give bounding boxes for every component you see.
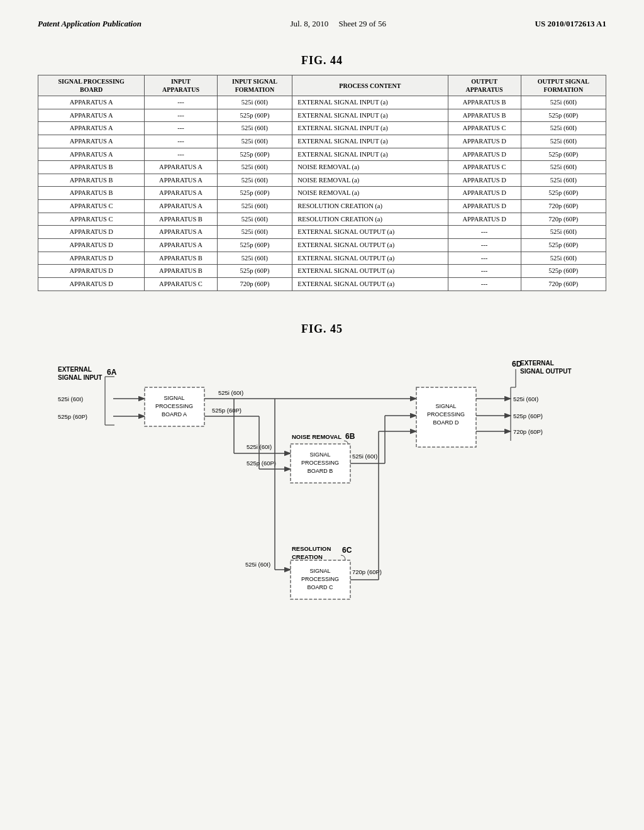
cell-r0-c3: EXTERNAL SIGNAL INPUT (a) [292, 96, 448, 109]
cell-r6-c4: APPARATUS D [448, 174, 521, 187]
cell-r7-c1: APPARATUS A [145, 187, 217, 200]
cell-r3-c0: APPARATUS A [38, 135, 145, 148]
ext-output-label: EXTERNAL [520, 360, 554, 367]
cell-r12-c0: APPARATUS D [38, 252, 145, 265]
table-row: APPARATUS BAPPARATUS A525i (60I)NOISE RE… [38, 161, 606, 174]
mid-525p: 525p (60P) [212, 407, 242, 414]
table-row: APPARATUS A---525i (60I)EXTERNAL SIGNAL … [38, 135, 606, 148]
cell-r6-c3: NOISE REMOVAL (a) [292, 174, 448, 187]
table-header-row: SIGNAL PROCESSINGBOARD INPUTAPPARATUS IN… [38, 75, 606, 96]
cell-r5-c5: 525i (60I) [521, 161, 606, 174]
cell-r8-c1: APPARATUS A [145, 200, 217, 213]
cell-r10-c0: APPARATUS D [38, 226, 145, 239]
table-row: APPARATUS A---525i (60I)EXTERNAL SIGNAL … [38, 96, 606, 109]
cell-r11-c3: EXTERNAL SIGNAL OUTPUT (a) [292, 239, 448, 252]
board-c-t1: SIGNAL [309, 568, 330, 574]
table-row: APPARATUS CAPPARATUS B525i (60I)RESOLUTI… [38, 213, 606, 226]
out-525p-label: 525p (60P) [513, 412, 543, 419]
cell-r0-c0: APPARATUS A [38, 96, 145, 109]
publication-label: Patent Application Publication [38, 19, 142, 29]
board-d-t1: SIGNAL [435, 403, 456, 409]
cell-r10-c3: EXTERNAL SIGNAL OUTPUT (a) [292, 226, 448, 239]
cell-r1-c3: EXTERNAL SIGNAL INPUT (a) [292, 109, 448, 122]
cell-r2-c0: APPARATUS A [38, 122, 145, 135]
cell-r8-c2: 525i (60I) [217, 200, 292, 213]
cell-r4-c3: EXTERNAL SIGNAL INPUT (a) [292, 148, 448, 161]
table-row: APPARATUS A---525p (60P)EXTERNAL SIGNAL … [38, 148, 606, 161]
table-row: APPARATUS DAPPARATUS C720p (60P)EXTERNAL… [38, 277, 606, 290]
cell-r5-c0: APPARATUS B [38, 161, 145, 174]
cell-r0-c1: --- [145, 96, 217, 109]
cell-r9-c3: RESOLUTION CREATION (a) [292, 213, 448, 226]
board-d-t2: PROCESSING [427, 411, 465, 418]
cell-r12-c1: APPARATUS B [145, 252, 217, 265]
cell-r11-c0: APPARATUS D [38, 239, 145, 252]
cell-r3-c4: APPARATUS D [448, 135, 521, 148]
cell-r1-c5: 525p (60P) [521, 109, 606, 122]
table-row: APPARATUS DAPPARATUS B525i (60I)EXTERNAL… [38, 252, 606, 265]
cell-r10-c1: APPARATUS A [145, 226, 217, 239]
mid3-525i: 525i (60I) [245, 561, 270, 568]
mid-525i: 525i (60I) [218, 389, 243, 396]
cell-r13-c2: 525p (60P) [217, 265, 292, 278]
cell-r1-c4: APPARATUS B [448, 109, 521, 122]
cell-r4-c5: 525p (60P) [521, 148, 606, 161]
cell-r2-c5: 525i (60I) [521, 122, 606, 135]
board-b-t3: BOARD B [308, 468, 333, 474]
cell-r12-c2: 525i (60I) [217, 252, 292, 265]
label-6b: 6B [345, 432, 355, 441]
res-creation-label: RESOLUTION [292, 545, 331, 552]
cell-r9-c5: 720p (60P) [521, 213, 606, 226]
table-row: APPARATUS DAPPARATUS A525i (60I)EXTERNAL… [38, 226, 606, 239]
patent-number: US 2010/0172613 A1 [535, 19, 606, 29]
cell-r4-c2: 525p (60P) [217, 148, 292, 161]
bracket-6c [341, 555, 345, 560]
cell-r2-c1: --- [145, 122, 217, 135]
board-b-t1: SIGNAL [309, 451, 330, 458]
cell-r11-c2: 525p (60P) [217, 239, 292, 252]
cell-r5-c3: NOISE REMOVAL (a) [292, 161, 448, 174]
table-row: APPARATUS BAPPARATUS A525p (60P)NOISE RE… [38, 187, 606, 200]
cell-r7-c4: APPARATUS D [448, 187, 521, 200]
res-creation-label2: CREATION [292, 553, 323, 560]
cell-r10-c4: --- [448, 226, 521, 239]
cell-r11-c1: APPARATUS A [145, 239, 217, 252]
table-row: APPARATUS CAPPARATUS A525i (60I)RESOLUTI… [38, 200, 606, 213]
board-a-t1: SIGNAL [164, 395, 184, 401]
fig45-diagram: EXTERNAL SIGNAL INPUT 6A 525i (60I) 525p… [38, 343, 606, 708]
cell-r4-c4: APPARATUS D [448, 148, 521, 161]
cell-r14-c2: 720p (60P) [217, 277, 292, 290]
table-row: APPARATUS A---525i (60I)EXTERNAL SIGNAL … [38, 122, 606, 135]
board-c-t3: BOARD C [307, 584, 333, 590]
col-header-input-apparatus: INPUTAPPARATUS [145, 75, 217, 96]
sheet-label: Sheet 29 of 56 [338, 19, 386, 28]
board-c-t2: PROCESSING [301, 576, 339, 582]
cell-r8-c5: 720p (60P) [521, 200, 606, 213]
cell-r8-c3: RESOLUTION CREATION (a) [292, 200, 448, 213]
c-out-720p: 720p (60P) [352, 568, 382, 575]
cell-r11-c4: --- [448, 239, 521, 252]
label-6d: 6D [512, 360, 522, 368]
cell-r3-c5: 525i (60I) [521, 135, 606, 148]
cell-r13-c0: APPARATUS D [38, 265, 145, 278]
cell-r6-c0: APPARATUS B [38, 174, 145, 187]
noise-removal-label: NOISE REMOVAL [292, 433, 341, 440]
cell-r9-c1: APPARATUS B [145, 213, 217, 226]
board-a-t2: PROCESSING [155, 403, 193, 409]
cell-r6-c5: 525i (60I) [521, 174, 606, 187]
cell-r12-c5: 525i (60I) [521, 252, 606, 265]
b-out-525i: 525i (60I) [352, 453, 377, 460]
label-6a: 6A [107, 368, 117, 377]
cell-r3-c1: --- [145, 135, 217, 148]
cell-r7-c2: 525p (60P) [217, 187, 292, 200]
cell-r13-c1: APPARATUS B [145, 265, 217, 278]
cell-r13-c5: 525p (60P) [521, 265, 606, 278]
out-720p-label: 720p (60P) [513, 428, 543, 435]
cell-r9-c2: 525i (60I) [217, 213, 292, 226]
col-header-output-apparatus: OUTPUTAPPARATUS [448, 75, 521, 96]
cell-r5-c2: 525i (60I) [217, 161, 292, 174]
page-header: Patent Application Publication Jul. 8, 2… [38, 19, 606, 29]
header-center: Jul. 8, 2010 Sheet 29 of 56 [291, 19, 386, 29]
in-525p: 525p (60P) [58, 413, 87, 420]
cell-r2-c2: 525i (60I) [217, 122, 292, 135]
